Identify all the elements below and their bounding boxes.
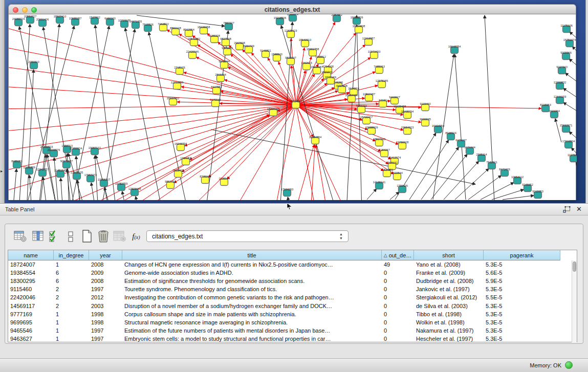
graph-edge[interactable]: [576, 162, 577, 176]
graph-edge[interactable]: [61, 178, 63, 200]
table-row[interactable]: 946362711997Embryonic stem cells: a mode…: [8, 335, 572, 342]
table-cell[interactable]: Changes of HCN gene expression and I(f) …: [122, 260, 382, 269]
table-cell[interactable]: Yano et al. (2008): [414, 260, 484, 269]
table-row[interactable]: 2242004622012Investigating the contribut…: [8, 293, 572, 301]
column-header-year[interactable]: year: [89, 250, 122, 260]
graph-edge[interactable]: [569, 59, 577, 72]
column-header-short[interactable]: short: [414, 250, 484, 260]
table-cell[interactable]: 5.9E-5: [484, 277, 560, 285]
graph-edge[interactable]: [275, 105, 296, 200]
table-cell[interactable]: 5.3E-5: [484, 326, 560, 335]
graph-edge[interactable]: [101, 29, 135, 200]
select-all-button[interactable]: [47, 229, 61, 244]
table-cell[interactable]: 2008: [89, 277, 122, 285]
table-cell[interactable]: Investigating the contribution of common…: [122, 293, 382, 301]
table-cell[interactable]: Dudbridge et al. (2008): [414, 277, 484, 285]
graph-edge[interactable]: [468, 176, 502, 200]
graph-edge[interactable]: [296, 105, 316, 200]
table-cell[interactable]: 5.3E-5: [484, 318, 560, 326]
graph-edge[interactable]: [230, 54, 296, 105]
table-cell[interactable]: 0: [382, 302, 414, 310]
table-cell[interactable]: 1: [54, 318, 89, 326]
graph-edge[interactable]: [288, 197, 290, 200]
expand-panel-icon[interactable]: ▸: [1, 169, 3, 173]
column-header-title[interactable]: title: [122, 250, 382, 260]
table-cell[interactable]: 9777169: [8, 310, 54, 318]
graph-edge[interactable]: [136, 196, 139, 200]
graph-edge[interactable]: [19, 27, 57, 200]
delete-entries-button[interactable]: [96, 229, 111, 244]
graph-edge[interactable]: [565, 73, 577, 87]
table-cell[interactable]: 9465546: [8, 326, 54, 335]
network-window[interactable]: citations_edges.txt 18724007183002951938…: [8, 4, 576, 200]
table-cell[interactable]: 19384554: [8, 269, 54, 277]
graph-edge[interactable]: [174, 105, 296, 183]
table-settings-button[interactable]: [13, 229, 28, 244]
table-cell[interactable]: 18724007: [8, 260, 54, 269]
graph-edge[interactable]: [481, 183, 514, 200]
table-cell[interactable]: Tourette syndrome. Phenomenology and cla…: [122, 285, 382, 293]
graph-edge[interactable]: [95, 25, 116, 200]
table-cell[interactable]: 0: [382, 269, 414, 277]
graph-edge[interactable]: [91, 183, 96, 200]
select-column-button[interactable]: [31, 229, 45, 244]
table-cell[interactable]: 0: [382, 285, 414, 293]
table-cell[interactable]: 9699695: [8, 318, 54, 326]
table-cell[interactable]: Disruption of a novel member of a sodium…: [122, 302, 382, 310]
column-header-indegree[interactable]: in_degree: [54, 250, 89, 260]
table-cell[interactable]: 9115460: [8, 285, 54, 293]
graph-edge[interactable]: [185, 105, 296, 146]
table-cell[interactable]: 1: [54, 260, 89, 269]
table-cell[interactable]: 0: [382, 310, 414, 318]
table-cell[interactable]: Estimation of the future numbers of pati…: [122, 326, 382, 335]
new-table-button[interactable]: [80, 229, 94, 244]
table-selector-dropdown[interactable]: citations_edges.txt ▲▼: [146, 230, 349, 242]
graph-edge[interactable]: [27, 70, 34, 200]
table-cell[interactable]: 0: [382, 293, 414, 301]
graph-edge[interactable]: [367, 189, 377, 200]
graph-edge[interactable]: [86, 115, 270, 200]
graph-edge[interactable]: [390, 192, 399, 200]
scrollbar-thumb[interactable]: [573, 261, 576, 272]
table-cell[interactable]: 14569117: [8, 302, 54, 310]
table-cell[interactable]: Stergiakouli et al. (2012): [414, 293, 484, 301]
table-panel-header[interactable]: Table Panel ✕: [0, 203, 588, 215]
table-cell[interactable]: 1998: [89, 310, 122, 318]
table-cell[interactable]: 22420046: [8, 293, 54, 301]
graph-edge[interactable]: [227, 105, 296, 179]
column-header-name[interactable]: name: [8, 250, 54, 260]
graph-edge[interactable]: [122, 191, 126, 200]
citation-graph[interactable]: 1872400718300295193845547463822886012889…: [9, 14, 577, 200]
table-cell[interactable]: 0: [382, 335, 414, 342]
table-cell[interactable]: 5.6E-5: [484, 269, 560, 277]
graph-edge[interactable]: [182, 105, 296, 172]
graph-edge[interactable]: [296, 105, 367, 129]
table-cell[interactable]: 2009: [89, 269, 122, 277]
table-cell[interactable]: 49: [382, 260, 414, 269]
table-cell[interactable]: Genome-wide association studies in ADHD.: [122, 269, 382, 277]
table-cell[interactable]: Embryonic stem cells: a model to study s…: [122, 335, 382, 342]
table-cell[interactable]: 5.3E-5: [484, 260, 560, 269]
table-cell[interactable]: 9463627: [8, 335, 54, 342]
graph-edge[interactable]: [142, 105, 296, 200]
table-vertical-scrollbar[interactable]: [572, 260, 577, 342]
table-cell[interactable]: Corpus callosum shape and size in male p…: [122, 310, 382, 318]
graph-edge[interactable]: [311, 145, 315, 200]
table-cell[interactable]: 5.3E-5: [484, 285, 560, 293]
table-cell[interactable]: 2: [54, 293, 89, 301]
table-cell[interactable]: 6: [54, 277, 89, 285]
table-cell[interactable]: 2012: [89, 293, 122, 301]
graph-edge[interactable]: [563, 102, 577, 116]
graph-edge[interactable]: [555, 119, 561, 142]
table-row[interactable]: 1456911722003Disruption of a novel membe…: [8, 301, 572, 310]
graph-edge[interactable]: [296, 105, 391, 159]
float-panel-icon[interactable]: [563, 206, 571, 213]
table-cell[interactable]: Franke et al. (2009): [414, 269, 484, 277]
graph-edge[interactable]: [54, 158, 59, 200]
column-header-outde[interactable]: △out_de…: [382, 250, 414, 260]
table-cell[interactable]: Structural magnetic resonance image aver…: [122, 318, 382, 326]
table-row[interactable]: 1830029562008Estimation of significance …: [8, 277, 572, 285]
table-cell[interactable]: 6: [54, 269, 89, 277]
table-cell[interactable]: Hescheler et al. (1997): [414, 335, 484, 342]
graph-edge[interactable]: [211, 129, 475, 184]
